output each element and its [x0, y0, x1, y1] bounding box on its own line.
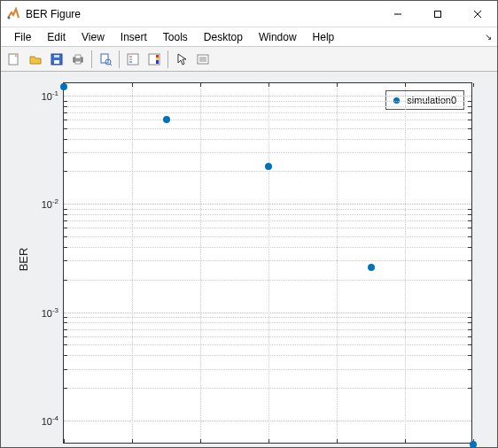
- y-tick-label: 10-2: [42, 197, 64, 210]
- gridline-h-minor: [64, 112, 471, 113]
- figure-area[interactable]: BER Eb/N0 (dB) simulation0 10-110-210-31…: [1, 72, 497, 447]
- svg-rect-22: [156, 60, 159, 64]
- toolbar-separator: [119, 50, 120, 68]
- x-tick-label: 8: [334, 443, 339, 448]
- gridline-h-minor: [64, 369, 471, 370]
- gridline-h-minor: [64, 355, 471, 356]
- open-button[interactable]: [26, 50, 45, 69]
- gridline-h-minor: [64, 214, 471, 215]
- gridline-v: [132, 83, 133, 443]
- data-cursor-button[interactable]: [193, 50, 213, 69]
- gridline-h: [64, 421, 471, 421]
- x-tick-label: 12: [468, 443, 479, 448]
- x-tick-label: 2: [129, 443, 135, 448]
- svg-rect-20: [156, 55, 159, 58]
- data-point: [368, 264, 375, 271]
- gridline-h: [64, 204, 471, 205]
- axes[interactable]: simulation0 10-110-210-310-4024681012: [63, 82, 472, 444]
- y-axis-label: BER: [17, 248, 30, 272]
- menu-help[interactable]: Help: [305, 29, 343, 45]
- svg-rect-2: [434, 11, 440, 17]
- gridline-h-minor: [64, 228, 471, 228]
- gridline-h: [64, 313, 471, 313]
- x-tick-label: 10: [400, 443, 410, 448]
- matlab-icon: [6, 7, 20, 21]
- toolbar-separator: [91, 50, 92, 68]
- gridline-h-minor: [64, 106, 471, 107]
- data-point: [163, 116, 170, 123]
- insert-legend-button[interactable]: [123, 50, 143, 69]
- menu-desktop[interactable]: Desktop: [196, 29, 251, 45]
- menu-view[interactable]: View: [74, 29, 113, 45]
- svg-point-0: [8, 16, 11, 19]
- gridline-v: [337, 83, 338, 443]
- maximize-button[interactable]: [417, 1, 457, 27]
- gridline-h-minor: [64, 329, 471, 330]
- menu-file[interactable]: File: [6, 29, 39, 45]
- gridline-h-minor: [64, 139, 471, 140]
- gridline-h-minor: [64, 236, 471, 237]
- gridline-v: [200, 83, 201, 443]
- gridline-h-minor: [64, 128, 471, 129]
- gridline-h-minor: [64, 152, 471, 153]
- menu-insert[interactable]: Insert: [113, 29, 155, 45]
- save-button[interactable]: [47, 50, 66, 69]
- menu-window[interactable]: Window: [251, 29, 305, 45]
- gridline-h-minor: [64, 209, 471, 210]
- gridline-h-minor: [64, 317, 471, 318]
- window-controls: [377, 1, 497, 27]
- gridline-h-minor: [64, 260, 471, 261]
- gridline-h-minor: [64, 101, 471, 102]
- gridline-h-minor: [64, 344, 471, 345]
- gridline-v: [268, 83, 269, 443]
- svg-rect-15: [128, 54, 138, 65]
- x-tick-label: 4: [198, 443, 203, 448]
- gridline-h-minor: [64, 322, 471, 323]
- figure-window: BER Figure File Edit View Insert Tools D…: [0, 0, 498, 448]
- print-preview-button[interactable]: [96, 50, 115, 69]
- y-tick-label: 10-4: [42, 414, 64, 427]
- svg-rect-8: [54, 55, 59, 58]
- svg-rect-7: [54, 60, 59, 64]
- edit-plot-button[interactable]: [172, 50, 191, 69]
- gridline-h-minor: [64, 120, 471, 120]
- x-tick-label: 6: [266, 443, 271, 448]
- gridline-h: [64, 96, 471, 97]
- gridline-h-minor: [64, 171, 471, 172]
- data-point: [265, 163, 272, 170]
- gridline-h-minor: [64, 336, 471, 337]
- toolbar-separator: [167, 50, 168, 68]
- svg-rect-12: [101, 54, 108, 63]
- svg-rect-11: [75, 61, 81, 64]
- gridline-v: [405, 83, 406, 443]
- menu-tools[interactable]: Tools: [155, 29, 196, 45]
- svg-line-14: [110, 64, 112, 66]
- y-tick-label: 10-1: [42, 89, 64, 102]
- menu-overflow-icon[interactable]: ↘: [485, 32, 492, 42]
- print-button[interactable]: [68, 50, 88, 69]
- x-tick-label: 0: [61, 443, 66, 448]
- new-figure-button[interactable]: [4, 50, 24, 69]
- window-title: BER Figure: [26, 8, 377, 20]
- toolbar: [1, 47, 497, 72]
- svg-rect-21: [156, 58, 159, 60]
- menu-edit[interactable]: Edit: [39, 29, 74, 45]
- y-tick-label: 10-3: [42, 306, 64, 319]
- svg-rect-10: [75, 55, 81, 58]
- gridline-h-minor: [64, 220, 471, 221]
- gridline-h-minor: [64, 280, 471, 281]
- minimize-button[interactable]: [377, 1, 417, 27]
- gridline-h-minor: [64, 247, 471, 248]
- titlebar: BER Figure: [1, 1, 497, 27]
- insert-colorbar-button[interactable]: [144, 50, 164, 69]
- close-button[interactable]: [457, 1, 497, 27]
- menubar: File Edit View Insert Tools Desktop Wind…: [1, 27, 497, 47]
- gridline-h-minor: [64, 388, 471, 389]
